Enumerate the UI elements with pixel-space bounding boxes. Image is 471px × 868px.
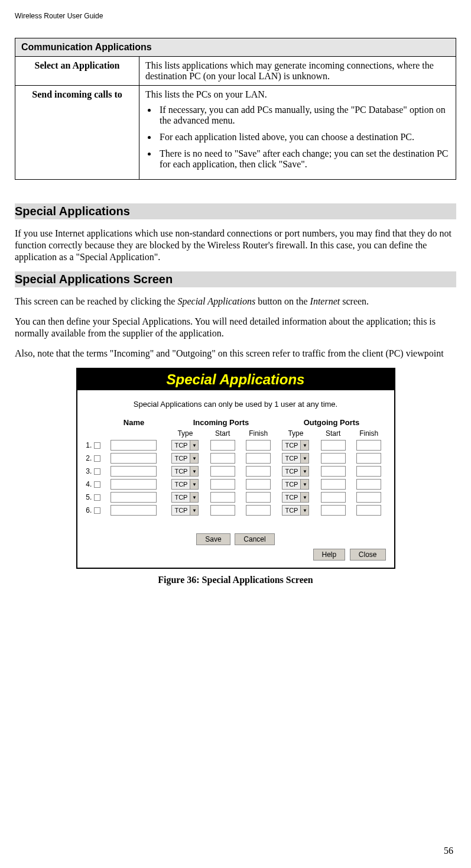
outgoing-start-input[interactable] [321, 453, 346, 464]
chevron-down-icon: ▼ [300, 454, 308, 463]
incoming-type-dropdown[interactable]: TCP▼ [171, 453, 199, 464]
save-button[interactable]: Save [196, 533, 230, 545]
in-start-header: Start [204, 428, 241, 439]
dropdown-value: TCP [172, 455, 190, 462]
figure-caption: Figure 36: Special Applications Screen [15, 575, 456, 585]
outgoing-finish-input[interactable] [356, 466, 381, 477]
incoming-type-dropdown[interactable]: TCP▼ [171, 466, 199, 477]
name-input[interactable] [111, 479, 157, 490]
name-input[interactable] [111, 453, 157, 464]
button-row-main: Save Cancel [85, 533, 387, 545]
outgoing-type-dropdown[interactable]: TCP▼ [282, 453, 309, 464]
p1-post: screen. [340, 296, 369, 306]
dropdown-value: TCP [172, 481, 190, 488]
p1-em2: Internet [310, 296, 340, 306]
incoming-start-input[interactable] [210, 440, 235, 451]
window-body: Special Applications can only be used by… [77, 390, 394, 568]
row-number: 1. [85, 439, 102, 452]
bullet-2: For each application listed above, you c… [157, 132, 450, 142]
blank-sub-name [102, 428, 166, 439]
table-title: Communication Applications [15, 38, 456, 57]
close-button[interactable]: Close [350, 549, 386, 561]
dropdown-value: TCP [172, 507, 190, 514]
row-checkbox[interactable] [94, 442, 100, 449]
outgoing-type-dropdown[interactable]: TCP▼ [282, 505, 309, 516]
ports-table: Name Incoming Ports Outgoing Ports Type … [85, 417, 387, 517]
table-row: 4. TCP▼ TCP▼ [85, 478, 387, 491]
cancel-button[interactable]: Cancel [235, 533, 274, 545]
figure-wrap: Special Applications Special Application… [15, 368, 456, 585]
incoming-start-input[interactable] [210, 453, 235, 464]
p1-em1: Special Applications [177, 296, 255, 306]
section-title-special-applications: Special Applications [15, 203, 456, 219]
dropdown-value: TCP [172, 468, 190, 475]
ports-header-sub: Type Start Finish Type Start Finish [85, 428, 387, 439]
blank-sub [85, 428, 102, 439]
page-number: 56 [444, 846, 453, 856]
row-checkbox[interactable] [94, 507, 100, 514]
incoming-finish-input[interactable] [246, 453, 271, 464]
ports-header-top: Name Incoming Ports Outgoing Ports [85, 417, 387, 428]
in-type-header: Type [165, 428, 204, 439]
incoming-start-input[interactable] [210, 466, 235, 477]
incoming-header: Incoming Ports [165, 417, 276, 428]
outgoing-start-input[interactable] [321, 466, 346, 477]
outgoing-finish-input[interactable] [356, 453, 381, 464]
outgoing-finish-input[interactable] [356, 505, 381, 516]
incoming-finish-input[interactable] [246, 440, 271, 451]
section1-paragraph: If you use Internet applications which u… [15, 228, 456, 263]
section2-paragraph3: Also, note that the terms "Incoming" and… [15, 348, 456, 359]
chevron-down-icon: ▼ [190, 454, 198, 463]
incoming-type-dropdown[interactable]: TCP▼ [171, 440, 199, 451]
row-body-select-application: This lists applications which may genera… [139, 57, 456, 86]
outgoing-finish-input[interactable] [356, 492, 381, 503]
chevron-down-icon: ▼ [300, 467, 308, 476]
outgoing-start-input[interactable] [321, 479, 346, 490]
row-checkbox[interactable] [94, 494, 100, 501]
table-row: 6. TCP▼ TCP▼ [85, 504, 387, 517]
dropdown-value: TCP [172, 442, 190, 449]
window-title: Special Applications [77, 369, 394, 390]
incoming-finish-input[interactable] [246, 492, 271, 503]
outgoing-start-input[interactable] [321, 440, 346, 451]
incoming-finish-input[interactable] [246, 479, 271, 490]
row-num-3: 3. [86, 467, 92, 475]
incoming-type-dropdown[interactable]: TCP▼ [171, 492, 199, 503]
name-input[interactable] [111, 466, 157, 477]
row-num-5: 5. [86, 493, 92, 501]
incoming-finish-input[interactable] [246, 466, 271, 477]
row-checkbox[interactable] [94, 455, 100, 462]
chevron-down-icon: ▼ [190, 493, 198, 502]
outgoing-type-dropdown[interactable]: TCP▼ [282, 440, 309, 451]
incoming-start-input[interactable] [210, 479, 235, 490]
row-checkbox[interactable] [94, 468, 100, 475]
dropdown-value: TCP [282, 442, 300, 449]
table-row: 2. TCP▼ TCP▼ [85, 452, 387, 465]
row-number: 2. [85, 452, 102, 465]
outgoing-finish-input[interactable] [356, 440, 381, 451]
button-row-secondary: Help Close [85, 549, 387, 561]
help-button[interactable]: Help [313, 549, 346, 561]
outgoing-type-dropdown[interactable]: TCP▼ [282, 479, 309, 490]
out-start-header: Start [315, 428, 351, 439]
row-checkbox[interactable] [94, 481, 100, 488]
incoming-type-dropdown[interactable]: TCP▼ [171, 505, 199, 516]
outgoing-type-dropdown[interactable]: TCP▼ [282, 492, 309, 503]
name-input[interactable] [111, 440, 157, 451]
dropdown-value: TCP [282, 481, 300, 488]
outgoing-start-input[interactable] [321, 492, 346, 503]
outgoing-type-dropdown[interactable]: TCP▼ [282, 466, 309, 477]
chevron-down-icon: ▼ [300, 441, 308, 450]
outgoing-finish-input[interactable] [356, 479, 381, 490]
incoming-finish-input[interactable] [246, 505, 271, 516]
incoming-start-input[interactable] [210, 505, 235, 516]
special-applications-window: Special Applications Special Application… [76, 368, 395, 569]
outgoing-start-input[interactable] [321, 505, 346, 516]
p1-mid: button on the [255, 296, 310, 306]
name-input[interactable] [111, 492, 157, 503]
name-input[interactable] [111, 505, 157, 516]
incoming-start-input[interactable] [210, 492, 235, 503]
page-header: Wireless Router User Guide [15, 12, 456, 20]
table-row: 3. TCP▼ TCP▼ [85, 465, 387, 478]
incoming-type-dropdown[interactable]: TCP▼ [171, 479, 199, 490]
